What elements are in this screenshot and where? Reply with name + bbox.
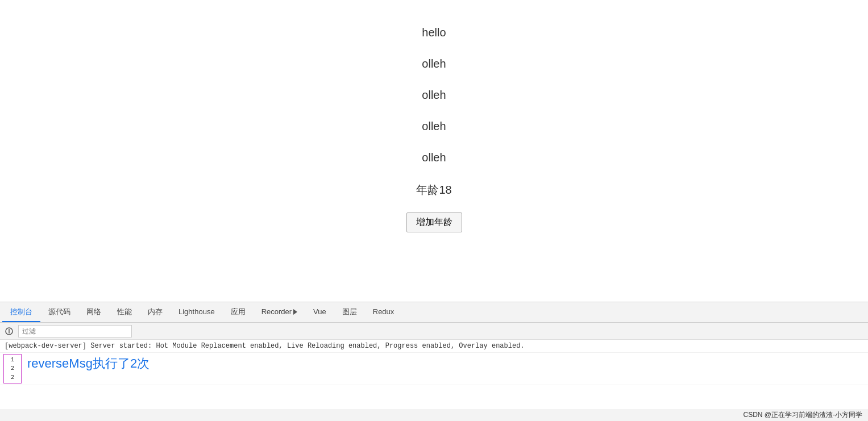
devtools-tabs: 控制台 源代码 网络 性能 内存 Lighthouse 应用 Recorder … <box>0 302 868 323</box>
devtools-console: [webpack-dev-server] Server started: Hot… <box>0 340 868 409</box>
devtools-footer: CSDN @正在学习前端的渣渣-小方同学 <box>0 409 868 421</box>
recorder-label: Recorder <box>261 307 292 316</box>
repeat-badge: 1 2 2 <box>3 354 22 384</box>
tab-recorder[interactable]: Recorder <box>254 302 305 322</box>
tab-memory[interactable]: 内存 <box>140 302 171 322</box>
main-content: hello olleh olleh olleh olleh 年龄18 增加年龄 <box>0 0 868 302</box>
text-olleh-1: olleh <box>422 57 446 70</box>
age-display: 年龄18 <box>416 182 451 198</box>
text-olleh-4: olleh <box>422 151 446 164</box>
footer-text: CSDN @正在学习前端的渣渣-小方同学 <box>743 411 862 419</box>
tab-redux[interactable]: Redux <box>365 302 402 322</box>
repeat-num-2: 2 <box>11 364 15 373</box>
tab-vue[interactable]: Vue <box>305 302 334 322</box>
reverse-msg-text: reverseMsg执行了2次 <box>25 353 152 374</box>
repeat-num-1: 1 <box>11 356 15 364</box>
text-olleh-2: olleh <box>422 89 446 102</box>
increase-age-button[interactable]: 增加年龄 <box>406 212 462 232</box>
tab-application[interactable]: 应用 <box>223 302 254 322</box>
tab-network[interactable]: 网络 <box>78 302 109 322</box>
repeat-num-3: 2 <box>11 373 15 382</box>
tab-layers[interactable]: 图层 <box>334 302 365 322</box>
webpack-log-line: [webpack-dev-server] Server started: Hot… <box>0 340 868 353</box>
recorder-play-icon <box>293 309 297 315</box>
devtools-toolbar <box>0 323 868 340</box>
console-repeat-line: 1 2 2 reverseMsg执行了2次 <box>0 353 868 385</box>
text-hello: hello <box>422 26 446 39</box>
tab-console[interactable]: 控制台 <box>2 302 40 322</box>
filter-input[interactable] <box>18 325 132 337</box>
tab-performance[interactable]: 性能 <box>109 302 140 322</box>
devtools-panel: 控制台 源代码 网络 性能 内存 Lighthouse 应用 Recorder … <box>0 302 868 421</box>
tab-sources[interactable]: 源代码 <box>40 302 78 322</box>
sidebar-toggle-icon[interactable] <box>5 327 14 336</box>
tab-lighthouse[interactable]: Lighthouse <box>171 302 223 322</box>
text-olleh-3: olleh <box>422 120 446 133</box>
